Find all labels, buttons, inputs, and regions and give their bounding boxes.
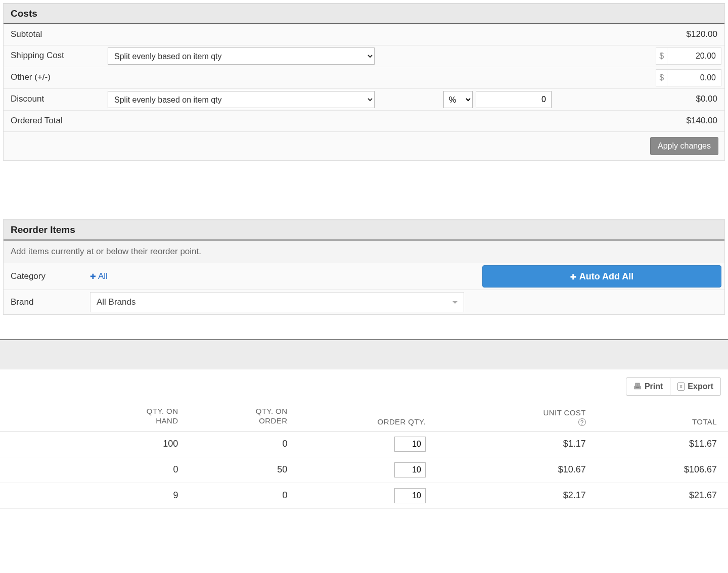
- category-row: Category All Auto Add All: [4, 263, 724, 290]
- currency-symbol: $: [656, 70, 667, 86]
- order-qty-input[interactable]: [394, 437, 426, 452]
- subtotal-row: Subtotal $120.00: [4, 24, 724, 45]
- other-row: Other (+/-) $: [4, 67, 724, 89]
- discount-unit-select[interactable]: %: [443, 91, 473, 108]
- items-table: QTY. ON HAND QTY. ON ORDER ORDER QTY. UN…: [0, 402, 728, 509]
- col-order-qty: ORDER QTY.: [298, 402, 437, 431]
- help-icon[interactable]: ?: [578, 418, 586, 426]
- cell-total: $21.67: [597, 483, 728, 508]
- reorder-helper-text: Add items currently at or below their re…: [4, 241, 724, 263]
- cell-qty-on-order: 0: [189, 431, 298, 457]
- shipping-row: Shipping Cost Split evenly based on item…: [4, 45, 724, 67]
- cell-order-qty: [298, 457, 437, 483]
- discount-amount: $0.00: [618, 89, 724, 110]
- category-all-link[interactable]: All: [90, 271, 108, 281]
- cell-order-qty: [298, 431, 437, 457]
- table-row: 050$10.67$106.67: [0, 457, 728, 483]
- cell-total: $11.67: [597, 431, 728, 457]
- cell-unit-cost: $2.17: [437, 483, 597, 508]
- ordered-total-label: Ordered Total: [4, 111, 105, 131]
- export-button[interactable]: Export: [670, 377, 721, 396]
- table-row: 90$2.17$21.67: [0, 483, 728, 508]
- apply-changes-button[interactable]: Apply changes: [650, 137, 718, 155]
- shipping-label: Shipping Cost: [4, 45, 105, 67]
- auto-add-all-label: Auto Add All: [579, 271, 634, 282]
- brand-dropdown[interactable]: All Brands: [90, 292, 464, 312]
- col-total: TOTAL: [597, 402, 728, 431]
- plus-icon: [90, 271, 96, 281]
- discount-split-select[interactable]: Split evenly based on item qty: [108, 91, 375, 108]
- brand-row: Brand All Brands: [4, 290, 724, 314]
- items-table-section: Print Export QTY. ON HAND QTY. ON ORDER: [0, 339, 728, 509]
- costs-header: Costs: [4, 4, 724, 24]
- cell-qty-on-order: 0: [189, 483, 298, 508]
- brand-value: All Brands: [97, 297, 135, 307]
- cell-qty-on-order: 50: [189, 457, 298, 483]
- category-all-label: All: [98, 271, 108, 281]
- print-button[interactable]: Print: [626, 377, 670, 396]
- category-label: Category: [4, 266, 87, 287]
- costs-footer: Apply changes: [4, 132, 724, 160]
- table-topbar: [0, 340, 728, 369]
- cell-qty-on-hand: 0: [0, 457, 189, 483]
- print-icon: [633, 382, 642, 391]
- plus-icon: [570, 271, 576, 282]
- cell-qty-on-hand: 9: [0, 483, 189, 508]
- col-qty-on-order: QTY. ON ORDER: [256, 407, 288, 426]
- subtotal-label: Subtotal: [4, 24, 105, 45]
- discount-row: Discount Split evenly based on item qty …: [4, 89, 724, 111]
- col-qty-on-hand: QTY. ON HAND: [147, 407, 178, 426]
- other-cost-input[interactable]: [667, 70, 721, 86]
- cell-unit-cost: $10.67: [437, 457, 597, 483]
- ordered-total-value: $140.00: [654, 111, 724, 131]
- cell-order-qty: [298, 483, 437, 508]
- col-unit-cost: UNIT COST ?: [437, 402, 597, 431]
- other-label: Other (+/-): [4, 67, 105, 88]
- currency-symbol: $: [656, 48, 667, 64]
- costs-panel: Costs Subtotal $120.00 Shipping Cost Spl…: [3, 3, 725, 161]
- reorder-panel: Reorder Items Add items currently at or …: [3, 219, 725, 315]
- cell-unit-cost: $1.17: [437, 431, 597, 457]
- reorder-header: Reorder Items: [4, 220, 724, 241]
- brand-label: Brand: [4, 292, 87, 312]
- order-qty-input[interactable]: [394, 462, 426, 478]
- auto-add-all-button[interactable]: Auto Add All: [482, 265, 721, 288]
- chevron-down-icon: [452, 301, 458, 304]
- cell-qty-on-hand: 100: [0, 431, 189, 457]
- cell-total: $106.67: [597, 457, 728, 483]
- export-icon: [677, 383, 685, 391]
- ordered-total-row: Ordered Total $140.00: [4, 111, 724, 132]
- shipping-cost-input[interactable]: [667, 48, 721, 64]
- print-label: Print: [645, 382, 663, 391]
- table-row: 1000$1.17$11.67: [0, 431, 728, 457]
- discount-percent-input[interactable]: [476, 91, 552, 108]
- subtotal-value: $120.00: [654, 24, 724, 45]
- discount-label: Discount: [4, 89, 105, 110]
- shipping-split-select[interactable]: Split evenly based on item qty: [108, 47, 375, 65]
- table-actions: Print Export: [0, 369, 728, 396]
- other-cost-input-wrap: $: [656, 69, 721, 86]
- shipping-cost-input-wrap: $: [656, 47, 721, 65]
- order-qty-input[interactable]: [394, 488, 426, 503]
- export-label: Export: [688, 382, 713, 391]
